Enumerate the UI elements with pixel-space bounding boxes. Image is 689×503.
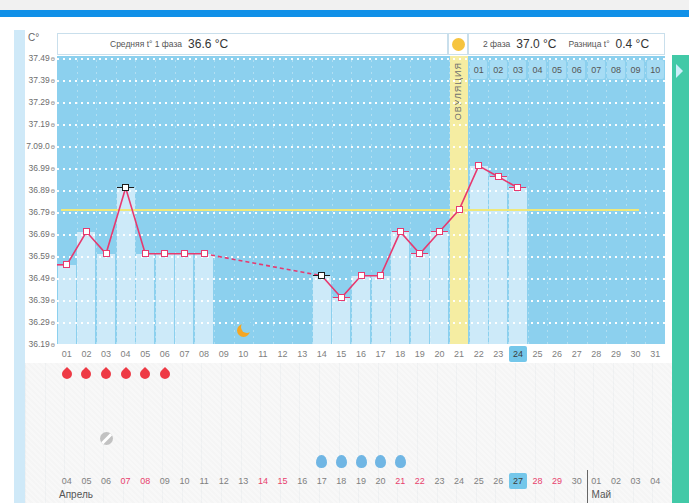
no-intimacy-icon[interactable] (100, 432, 113, 445)
cycle-day-cell[interactable]: 25 (529, 346, 547, 362)
temp-marker[interactable] (83, 228, 90, 235)
cycle-day-cell[interactable]: 15 (332, 346, 350, 362)
side-panel-toggle[interactable] (672, 55, 689, 503)
cycle-day-cell[interactable]: 07 (175, 346, 193, 362)
calendar-day-cell[interactable]: 25 (470, 473, 488, 489)
next-cycle-day-cell[interactable]: 08 (607, 60, 624, 79)
cycle-day-cell[interactable]: 26 (548, 346, 566, 362)
calendar-day-cell[interactable]: 20 (372, 473, 390, 489)
cycle-day-cell[interactable]: 03 (97, 346, 115, 362)
temp-marker[interactable] (436, 228, 443, 235)
temp-marker[interactable] (416, 250, 423, 257)
temperature-plot[interactable]: ОВУЛЯЦИЯ01020304050607080910 (57, 56, 665, 344)
calendar-day-cell[interactable]: 02 (607, 473, 625, 489)
cycle-day-cell[interactable]: 22 (470, 346, 488, 362)
temp-marker[interactable] (122, 184, 129, 191)
calendar-day-cell[interactable]: 12 (215, 473, 233, 489)
fertile-drop-icon[interactable] (395, 455, 406, 468)
calendar-day-cell[interactable]: 26 (489, 473, 507, 489)
temp-marker[interactable] (63, 261, 70, 268)
cycle-day-cell[interactable]: 13 (293, 346, 311, 362)
temp-marker[interactable] (201, 250, 208, 257)
calendar-day-cell[interactable]: 04 (646, 473, 664, 489)
calendar-day-cell[interactable]: 13 (234, 473, 252, 489)
calendar-day-cell[interactable]: 17 (313, 473, 331, 489)
cycle-day-cell[interactable]: 12 (274, 346, 292, 362)
next-cycle-day-cell[interactable]: 07 (588, 60, 605, 79)
calendar-day-cell[interactable]: 06 (97, 473, 115, 489)
cycle-day-cell[interactable]: 08 (195, 346, 213, 362)
calendar-day-cell[interactable]: 01 (587, 473, 605, 489)
calendar-day-cell[interactable]: 03 (627, 473, 645, 489)
cycle-day-cell[interactable]: 24 (509, 346, 527, 362)
cycle-day-cell[interactable]: 01 (58, 346, 76, 362)
calendar-day-cell[interactable]: 23 (430, 473, 448, 489)
calendar-day-cell[interactable]: 15 (274, 473, 292, 489)
temp-marker[interactable] (495, 173, 502, 180)
next-cycle-day-cell[interactable]: 05 (549, 60, 566, 79)
calendar-day-cell[interactable]: 04 (58, 473, 76, 489)
next-cycle-day-cell[interactable]: 09 (627, 60, 644, 79)
cycle-day-cell[interactable]: 09 (215, 346, 233, 362)
temp-marker[interactable] (456, 206, 463, 213)
calendar-day-cell[interactable]: 11 (195, 473, 213, 489)
calendar-day-cell[interactable]: 10 (175, 473, 193, 489)
cycle-day-cell[interactable]: 31 (646, 346, 664, 362)
temp-marker[interactable] (358, 272, 365, 279)
cycle-day-cell[interactable]: 10 (234, 346, 252, 362)
cycle-day-cell[interactable]: 23 (489, 346, 507, 362)
cycle-day-cell[interactable]: 20 (430, 346, 448, 362)
calendar-day-cell[interactable]: 28 (529, 473, 547, 489)
cycle-day-cell[interactable]: 30 (627, 346, 645, 362)
next-cycle-day-cell[interactable]: 01 (470, 60, 487, 79)
cycle-day-cell[interactable]: 19 (411, 346, 429, 362)
calendar-day-cell[interactable]: 29 (548, 473, 566, 489)
next-cycle-day-cell[interactable]: 10 (647, 60, 664, 79)
fertile-drop-icon[interactable] (316, 455, 327, 468)
temp-marker[interactable] (514, 184, 521, 191)
temp-marker[interactable] (161, 250, 168, 257)
calendar-day-cell[interactable]: 19 (352, 473, 370, 489)
fertile-drop-icon[interactable] (375, 455, 386, 468)
temp-marker[interactable] (338, 294, 345, 301)
temp-marker[interactable] (103, 250, 110, 257)
cycle-day-cell[interactable]: 28 (587, 346, 605, 362)
temp-marker[interactable] (377, 272, 384, 279)
temp-marker[interactable] (318, 272, 325, 279)
next-cycle-day-cell[interactable]: 06 (568, 60, 585, 79)
cycle-day-cell[interactable]: 17 (372, 346, 390, 362)
cycle-day-cell[interactable]: 11 (254, 346, 272, 362)
temp-marker[interactable] (181, 250, 188, 257)
cycle-day-cell[interactable]: 21 (450, 346, 468, 362)
calendar-day-cell[interactable]: 21 (391, 473, 409, 489)
calendar-day-cell[interactable]: 14 (254, 473, 272, 489)
calendar-day-cell[interactable]: 22 (411, 473, 429, 489)
temp-marker[interactable] (475, 162, 482, 169)
next-cycle-day-cell[interactable]: 03 (509, 60, 526, 79)
cycle-day-cell[interactable]: 29 (607, 346, 625, 362)
calendar-day-cell[interactable]: 24 (450, 473, 468, 489)
cycle-day-cell[interactable]: 06 (156, 346, 174, 362)
fertile-drop-icon[interactable] (336, 455, 347, 468)
fertile-drop-icon[interactable] (356, 455, 367, 468)
calendar-day-cell[interactable]: 08 (136, 473, 154, 489)
cycle-day-cell[interactable]: 27 (568, 346, 586, 362)
calendar-day-cell[interactable]: 16 (293, 473, 311, 489)
cycle-day-cell[interactable]: 05 (136, 346, 154, 362)
ovulation-header-cell[interactable] (448, 33, 468, 55)
cycle-day-cell[interactable]: 04 (117, 346, 135, 362)
next-cycle-day-cell[interactable]: 04 (529, 60, 546, 79)
cycle-day-cell[interactable]: 16 (352, 346, 370, 362)
temp-marker[interactable] (142, 250, 149, 257)
calendar-day-cell[interactable]: 05 (77, 473, 95, 489)
cycle-day-cell[interactable]: 18 (391, 346, 409, 362)
calendar-day-cell[interactable]: 09 (156, 473, 174, 489)
next-cycle-day-cell[interactable]: 02 (490, 60, 507, 79)
temp-marker[interactable] (397, 228, 404, 235)
calendar-day-cell[interactable]: 27 (509, 473, 527, 489)
cycle-day-cell[interactable]: 14 (313, 346, 331, 362)
calendar-day-cell[interactable]: 18 (332, 473, 350, 489)
calendar-day-cell[interactable]: 07 (117, 473, 135, 489)
cycle-day-cell[interactable]: 02 (77, 346, 95, 362)
calendar-day-cell[interactable]: 30 (568, 473, 586, 489)
